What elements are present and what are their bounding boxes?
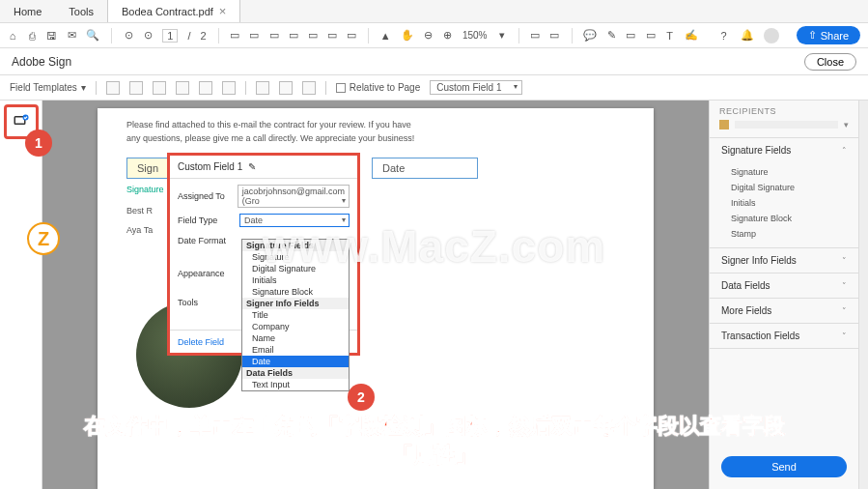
close-tab-icon[interactable]: × [219, 4, 227, 18]
share-button[interactable]: ⇧ Share [797, 26, 860, 44]
field-option[interactable]: Digital Signature [710, 180, 858, 195]
dd-item[interactable]: Email [242, 344, 349, 356]
page-up-icon[interactable]: ⊙ [124, 29, 133, 43]
assigned-to-dropdown[interactable]: jacobrjohnson@gmail.com (Gro [238, 185, 350, 208]
dd-item-selected[interactable]: Date [242, 356, 349, 367]
field-option[interactable]: Signature [710, 164, 858, 180]
pointer-icon[interactable]: ▲ [380, 29, 391, 43]
chevron-down-icon: ˅ [842, 281, 847, 291]
separator [96, 81, 97, 95]
tool-icon[interactable]: ▭ [289, 29, 298, 43]
help-icon[interactable]: ? [717, 29, 731, 43]
chevron-down-icon: ▾ [844, 120, 849, 129]
highlight-icon[interactable]: ✎ [606, 29, 616, 43]
dd-item[interactable]: Initials [242, 274, 349, 286]
dd-item[interactable]: Signature Block [242, 286, 349, 298]
tool-icon[interactable]: ▭ [549, 29, 559, 43]
main-toolbar: ⌂ ⎙ 🖫 ✉ 🔍 ⊙ ⊙ 1 / 2 ▭ ▭ ▭ ▭ ▭ ▭ ▭ ▲ ✋ ⊖ … [0, 23, 868, 48]
align-icon[interactable] [199, 81, 212, 95]
tab-tools[interactable]: Tools [55, 0, 107, 22]
accordion-head[interactable]: Data Fields˅ [710, 273, 858, 298]
hand-icon[interactable]: ✋ [401, 29, 414, 43]
zoom-in-icon[interactable]: ⊕ [443, 29, 453, 43]
delete-field-link[interactable]: Delete Field [178, 337, 224, 347]
sign-icon[interactable]: ✍ [685, 29, 698, 43]
tab-document-label: Bodea Contract.pdf [122, 6, 213, 17]
page-down-icon[interactable]: ⊙ [143, 29, 153, 43]
field-option[interactable]: Signature Block [710, 211, 858, 226]
accordion-head[interactable]: Transaction Fields˅ [710, 324, 858, 348]
tool-icon[interactable]: ▭ [269, 29, 279, 43]
dd-item[interactable]: Company [242, 321, 349, 332]
align-icon[interactable] [129, 81, 143, 95]
tool-icon[interactable]: ▭ [327, 29, 337, 43]
recipients-header: RECIPIENTS [710, 101, 858, 118]
vertical-scrollbar[interactable] [858, 101, 868, 489]
dd-item[interactable]: Digital Signature [242, 263, 349, 274]
document-canvas[interactable]: Please find attached to this e-mail the … [42, 101, 709, 489]
field-templates-label: Field Templates [10, 82, 77, 93]
search-icon[interactable]: 🔍 [86, 29, 99, 43]
relative-to-page-checkbox[interactable]: Relative to Page [336, 82, 420, 93]
size-icon[interactable] [302, 81, 316, 95]
recipient-name [735, 121, 838, 129]
checkbox-icon [336, 83, 346, 93]
accordion-title: Signer Info Fields [721, 255, 797, 266]
date-field[interactable]: Date [372, 158, 478, 179]
attach-icon[interactable]: ▭ [645, 29, 655, 43]
align-icon[interactable] [153, 81, 166, 95]
tool-icon[interactable]: ▭ [347, 29, 356, 43]
home-icon[interactable]: ⌂ [8, 29, 17, 43]
comment-icon[interactable]: 💬 [583, 29, 597, 43]
dd-item[interactable]: Signature [242, 251, 349, 263]
signature-field[interactable]: Sign [126, 158, 169, 179]
align-icon[interactable] [222, 81, 236, 95]
left-rail: 1 [0, 101, 42, 489]
accordion-title: Signature Fields [721, 145, 791, 156]
doc-intro-1: Please find attached to this e-mail the … [126, 120, 625, 131]
stamp-icon[interactable]: ▭ [626, 29, 635, 43]
accordion-head[interactable]: Signature Fields ˄ [710, 138, 858, 162]
close-button[interactable]: Close [804, 53, 856, 71]
field-option[interactable]: Initials [710, 195, 858, 211]
text-icon[interactable]: T [665, 29, 675, 43]
align-icon[interactable] [106, 81, 120, 95]
print-icon[interactable]: ⎙ [27, 29, 37, 43]
save-icon[interactable]: 🖫 [46, 29, 57, 43]
field-type-dropdown[interactable]: Date [239, 214, 350, 227]
chevron-down-icon: ˅ [842, 331, 847, 341]
tool-icon[interactable]: ▭ [230, 29, 239, 43]
share-icon: ⇧ [808, 29, 817, 42]
accordion-head[interactable]: Signer Info Fields˅ [710, 248, 858, 273]
field-option[interactable]: Stamp [710, 226, 858, 242]
size-icon[interactable] [256, 81, 269, 95]
edit-icon[interactable]: ✎ [248, 161, 256, 172]
custom-field-dropdown[interactable]: Custom Field 1 [430, 80, 521, 95]
tool-icon[interactable]: ▭ [308, 29, 318, 43]
page-current[interactable]: 1 [162, 29, 178, 43]
page-total: 2 [200, 30, 206, 42]
chevron-down-icon: ˅ [842, 306, 847, 316]
zoom-level[interactable]: 150% [462, 30, 488, 41]
tab-document[interactable]: Bodea Contract.pdf × [107, 0, 240, 22]
zoom-out-icon[interactable]: ⊖ [424, 29, 434, 43]
dropdown-icon[interactable]: ▾ [496, 29, 506, 43]
tab-home[interactable]: Home [0, 0, 55, 22]
assigned-to-label: Assigned To [178, 191, 232, 201]
mail-icon[interactable]: ✉ [67, 29, 76, 43]
tool-icon[interactable]: ▭ [249, 29, 259, 43]
align-icon[interactable] [176, 81, 189, 95]
dd-item[interactable]: Title [242, 309, 349, 321]
dd-item[interactable]: Name [242, 332, 349, 344]
dd-item[interactable]: Text Input [242, 379, 349, 390]
size-icon[interactable] [279, 81, 293, 95]
avatar[interactable] [764, 28, 779, 43]
field-templates-dropdown[interactable]: Field Templates ▾ [10, 82, 86, 93]
tool-icon[interactable]: ▭ [530, 29, 540, 43]
bell-icon[interactable]: 🔔 [741, 29, 754, 43]
accordion-head[interactable]: More Fields˅ [710, 299, 858, 323]
recipient-row[interactable]: ▾ [710, 118, 858, 138]
send-button[interactable]: Send [721, 456, 847, 477]
accordion-title: Transaction Fields [721, 331, 799, 341]
accordion-title: Data Fields [721, 280, 770, 291]
